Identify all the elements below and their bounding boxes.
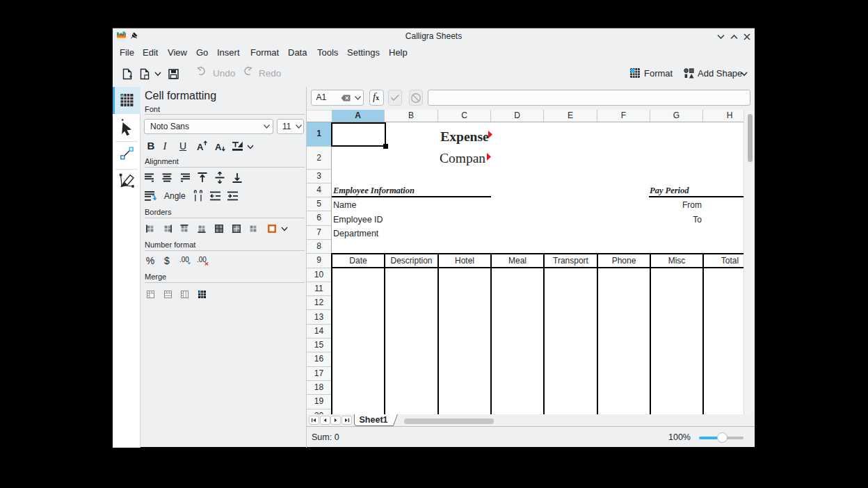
svg-text:A: A	[197, 142, 204, 152]
svg-text:.00: .00	[179, 256, 189, 263]
svg-text:A: A	[215, 142, 222, 152]
